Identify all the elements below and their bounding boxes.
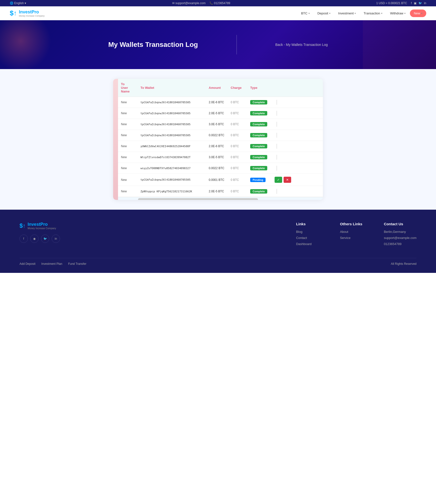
cell-user: New: [118, 163, 138, 174]
cell-amount: 0.0001 BTC: [206, 174, 228, 186]
fb-icon-top[interactable]: f: [411, 1, 412, 5]
action-buttons: ✓ ✕: [275, 177, 323, 183]
table-body: New tpCGkFaZcbqnwJ6l418018460705505 2.0E…: [118, 97, 323, 197]
email-info: ✉ support@example.com: [172, 1, 206, 5]
footer-brand: $↑ InvestPro Money Increase Company f ◉ …: [20, 222, 281, 248]
footer-fb-icon[interactable]: f: [20, 235, 28, 243]
footer-link-about[interactable]: About: [340, 230, 369, 234]
breadcrumb: Back - My Wallets Transaction Log: [275, 43, 328, 47]
page-title: My Wallets Transaction Log: [108, 41, 198, 49]
footer-contact-title: Contact Us: [384, 222, 416, 226]
footer: $↑ InvestPro Money Increase Company f ◉ …: [0, 210, 436, 273]
footer-tw-icon[interactable]: 🐦: [41, 235, 49, 243]
nav-investment[interactable]: Investment ▾: [335, 10, 359, 17]
top-bar-right: 1 USD = 0.000021 BTC f ▣ 🐦 in: [376, 1, 426, 5]
logo-icon: $↑: [10, 9, 17, 17]
transaction-table-card: ToUserName To Wallet Amount Charge Type …: [113, 79, 323, 200]
table-row: New tpCGkFaZcbqnwJ6l418018460705505 2.0E…: [118, 108, 323, 119]
cell-charge: 0 BTC: [228, 186, 247, 197]
cell-status: Complete: [247, 141, 272, 152]
footer-link-contact[interactable]: Contact: [296, 236, 325, 240]
row-indicator: [277, 155, 277, 160]
cell-actions: [272, 119, 323, 130]
top-bar-left: 🌐 English ▾: [10, 1, 26, 5]
cell-actions: [272, 108, 323, 119]
nav-new[interactable]: New ▾: [410, 10, 426, 17]
footer-fund-transfer[interactable]: Fund Transfer: [68, 262, 86, 266]
hero-content: My Wallets Transaction Log Back - My Wal…: [108, 35, 328, 54]
cell-charge: 0 BTC: [228, 174, 247, 186]
cell-amount: 3.0E-5 BTC: [206, 119, 228, 130]
horizontal-scrollbar[interactable]: [138, 198, 258, 200]
cell-status: Complete: [247, 130, 272, 141]
transaction-table: ToUserName To Wallet Amount Charge Type …: [118, 79, 323, 197]
li-icon-top[interactable]: in: [424, 1, 426, 5]
cell-user: New: [118, 141, 138, 152]
cell-actions: [272, 97, 323, 108]
cell-charge: 0 BTC: [228, 119, 247, 130]
cell-amount: 2.0E-6 BTC: [206, 97, 228, 108]
cell-charge: 0 BTC: [228, 163, 247, 174]
footer-add-deposit[interactable]: Add Deposit: [20, 262, 35, 266]
cell-wallet: wsyyZuTO08NDTXfu858274034098327: [138, 163, 206, 174]
status-badge: Complete: [250, 155, 267, 159]
usd-rate: 1 USD = 0.000021 BTC: [376, 1, 407, 5]
cell-actions: [272, 186, 323, 197]
ig-icon-top[interactable]: ▣: [414, 1, 416, 5]
nav-transaction[interactable]: Transaction ▾: [360, 10, 386, 17]
reject-button[interactable]: ✕: [284, 177, 291, 183]
phone-info: 📞 0123654789: [209, 1, 230, 5]
footer-link-blog[interactable]: Blog: [296, 230, 325, 234]
language-selector[interactable]: 🌐 English ▾: [10, 1, 26, 5]
main-content: ToUserName To Wallet Amount Charge Type …: [0, 69, 436, 210]
footer-phone: 0123654789: [384, 242, 416, 246]
cell-status: Complete: [247, 119, 272, 130]
cell-user: New: [118, 97, 138, 108]
approve-button[interactable]: ✓: [275, 177, 282, 183]
hero-divider: [237, 35, 237, 54]
footer-social: f ◉ 🐦 in: [20, 235, 281, 243]
tw-icon-top[interactable]: 🐦: [418, 1, 422, 5]
cell-wallet: tpCGkFaZcbqnwJ6l418018460705505: [138, 108, 206, 119]
nav-deposit[interactable]: Deposit ▾: [314, 10, 334, 17]
cell-status: Complete: [247, 152, 272, 163]
logo-text: InvestPro Money Increase Company: [19, 10, 45, 17]
footer-top: $↑ InvestPro Money Increase Company f ◉ …: [20, 222, 416, 248]
col-to-user: ToUserName: [118, 79, 138, 97]
cell-charge: 0 BTC: [228, 130, 247, 141]
status-badge: Complete: [250, 133, 267, 137]
col-actions: [272, 79, 323, 97]
cell-user: New: [118, 119, 138, 130]
footer-link-service[interactable]: Service: [340, 236, 369, 240]
cell-actions: [272, 152, 323, 163]
table-row: New ZpNVsppcp KPjqKgT56218217311662K 2.0…: [118, 186, 323, 197]
footer-li-icon[interactable]: in: [52, 235, 60, 243]
table-row: New wsyyZuTO08NDTXfu858274034098327 0.00…: [118, 163, 323, 174]
footer-tagline: Money Increase Company: [28, 227, 56, 230]
col-amount: Amount: [206, 79, 228, 97]
cell-wallet: yUW6CZdVwC4XJXEI44869252844508F: [138, 141, 206, 152]
header: $↑ InvestPro Money Increase Company BTC …: [0, 6, 436, 20]
cell-actions: [272, 141, 323, 152]
table-row: New tpCGkFaZcbqnwJ6l418018460705505 0.00…: [118, 174, 323, 186]
cell-charge: 0 BTC: [228, 108, 247, 119]
cell-charge: 0 BTC: [228, 141, 247, 152]
footer-ig-icon[interactable]: ◉: [30, 235, 39, 243]
top-bar: 🌐 English ▾ ✉ support@example.com 📞 0123…: [0, 0, 436, 6]
footer-link-dashboard[interactable]: Dashboard: [296, 242, 325, 246]
cell-status: Complete: [247, 186, 272, 197]
table-row: New yUW6CZdVwC4XJXEI44869252844508F 2.0E…: [118, 141, 323, 152]
logo: $↑ InvestPro Money Increase Company: [10, 9, 45, 17]
footer-investment-plan[interactable]: Investment Plan: [41, 262, 62, 266]
footer-rights: All Rights Reserved: [391, 262, 416, 266]
nav-withdraw[interactable]: Withdraw ▾: [387, 10, 409, 17]
footer-bottom: Add Deposit Investment Plan Fund Transfe…: [20, 258, 416, 266]
footer-contact-col: Contact Us Berlin,Germany support@exampl…: [384, 222, 416, 248]
cell-user: New: [118, 186, 138, 197]
cell-user: New: [118, 174, 138, 186]
status-badge: Complete: [250, 166, 267, 170]
nav-btc[interactable]: BTC ▾: [298, 10, 313, 17]
footer-logo-icon: $↑: [20, 222, 26, 229]
footer-bottom-links: Add Deposit Investment Plan Fund Transfe…: [20, 262, 86, 266]
cell-actions[interactable]: ✓ ✕: [272, 174, 323, 186]
